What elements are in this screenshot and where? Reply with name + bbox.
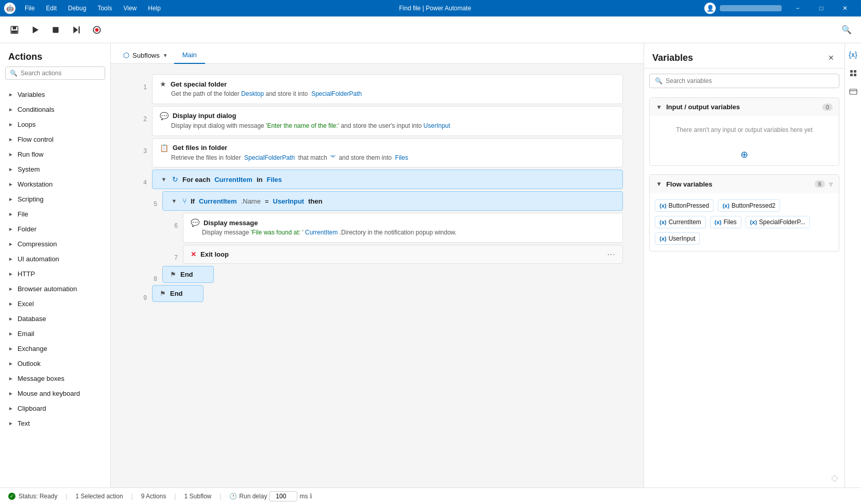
action-group-mouse-keyboard[interactable]: ► Mouse and keyboard <box>0 386 110 401</box>
end-if-bar[interactable]: ⚑ End <box>162 266 214 283</box>
input-output-section: ▼ Input / output variables 0 There aren'… <box>649 97 839 166</box>
menu-help[interactable]: Help <box>143 3 166 14</box>
subflows-tab[interactable]: ⬡ Subflows ▼ <box>117 47 174 63</box>
canvas-area: ⬡ Subflows ▼ Main 1 ★ Get special folder <box>111 43 644 488</box>
action-group-text[interactable]: ► Text <box>0 416 110 431</box>
filter-icon[interactable]: ▿ <box>829 180 833 188</box>
errors-tab-button[interactable] <box>846 85 860 99</box>
run-button[interactable] <box>27 22 43 38</box>
flow-step-7: 7 ✕ Exit loop ⋯ <box>162 245 623 264</box>
user-avatar: 👤 <box>704 3 716 14</box>
var-chip-icon: (x) <box>660 236 666 242</box>
variables-search-box[interactable]: 🔍 <box>649 74 839 88</box>
action-group-browser-automation[interactable]: ► Browser automation <box>0 281 110 296</box>
end-foreach-bar[interactable]: ⚑ End <box>152 285 204 302</box>
flow-step-4: 4 ▼ ↻ For each CurrentItem in Files <box>131 170 623 189</box>
step-number-2: 2 <box>131 106 147 123</box>
tabs-bar: ⬡ Subflows ▼ Main <box>111 43 644 64</box>
action-group-file[interactable]: ► File <box>0 207 110 222</box>
var-chip-label: ButtonPressed2 <box>732 202 775 209</box>
step-more-icon[interactable]: ⋯ <box>607 249 615 259</box>
total-actions-count: 9 Actions <box>141 493 166 500</box>
action-group-conditionals[interactable]: ► Conditionals <box>0 102 110 117</box>
flow-vars-count-badge: 6 <box>815 180 825 188</box>
actions-search-input[interactable] <box>21 70 100 77</box>
next-step-button[interactable] <box>68 22 85 38</box>
if-bar[interactable]: ▼ ⑂ If CurrentItem .Name = UserInput the… <box>162 191 623 211</box>
chevron-right-icon: ► <box>8 271 13 277</box>
menu-edit[interactable]: Edit <box>41 3 62 14</box>
exit-loop-bar[interactable]: ✕ Exit loop ⋯ <box>183 245 623 264</box>
io-add-button[interactable]: ⊕ <box>650 144 839 165</box>
variables-tab-button[interactable]: {x} <box>846 47 860 62</box>
action-group-folder[interactable]: ► Folder <box>0 222 110 237</box>
actions-search-box[interactable]: 🔍 <box>5 66 105 80</box>
flow-step-2: 2 💬 Display input dialog Display input d… <box>131 106 623 136</box>
svg-marker-5 <box>73 26 78 33</box>
variables-close-button[interactable]: ✕ <box>826 52 836 64</box>
action-group-exchange[interactable]: ► Exchange <box>0 341 110 356</box>
action-group-compression[interactable]: ► Compression <box>0 237 110 251</box>
step-number-1: 1 <box>131 74 147 91</box>
subflow-count: 1 Subflow <box>184 493 212 500</box>
flow-variables-section-header[interactable]: ▼ Flow variables 6 ▿ <box>650 175 839 193</box>
step-desc-3: Retrieve the files in folder SpecialFold… <box>171 154 615 162</box>
action-group-loops[interactable]: ► Loops <box>0 117 110 132</box>
action-group-email[interactable]: ► Email <box>0 326 110 341</box>
info-icon[interactable]: ℹ <box>310 492 312 500</box>
toolbar: 🔍 <box>0 16 861 43</box>
record-button[interactable] <box>89 22 105 38</box>
collapse-if-button[interactable]: ▼ <box>170 197 178 205</box>
save-button[interactable] <box>6 22 23 38</box>
stop-button[interactable] <box>47 22 64 38</box>
menu-view[interactable]: View <box>118 3 142 14</box>
action-group-ui-automation[interactable]: ► UI automation <box>0 251 110 266</box>
action-group-flow-control[interactable]: ► Flow control <box>0 132 110 147</box>
menu-tools[interactable]: Tools <box>92 3 117 14</box>
var-chip-specialfolderpath[interactable]: (x) SpecialFolderP... <box>746 216 810 228</box>
app-body: 🔍 Actions 🔍 ► Variables ► Conditionals <box>0 16 861 504</box>
svg-rect-13 <box>850 89 857 94</box>
action-group-workstation[interactable]: ► Workstation <box>0 177 110 192</box>
var-chip-buttonpressed2[interactable]: (x) ButtonPressed2 <box>718 199 780 212</box>
tab-main[interactable]: Main <box>174 47 205 64</box>
run-delay-input[interactable] <box>269 491 297 501</box>
if-var2: UserInput <box>273 197 305 205</box>
action-group-variables[interactable]: ► Variables <box>0 87 110 102</box>
maximize-button[interactable]: □ <box>809 0 833 16</box>
variables-search-input[interactable] <box>666 77 834 85</box>
chevron-right-icon: ► <box>8 286 13 292</box>
svg-rect-10 <box>854 70 856 73</box>
step-card-2[interactable]: 💬 Display input dialog Display input dia… <box>152 106 623 136</box>
action-group-database[interactable]: ► Database <box>0 311 110 326</box>
menu-file[interactable]: File <box>20 3 40 14</box>
action-group-outlook[interactable]: ► Outlook <box>0 356 110 371</box>
input-output-section-header[interactable]: ▼ Input / output variables 0 <box>650 98 839 116</box>
minimize-button[interactable]: − <box>786 0 809 16</box>
chevron-right-icon: ► <box>8 226 13 232</box>
collapse-for-each-button[interactable]: ▼ <box>160 175 168 183</box>
step-card-6[interactable]: 💬 Display message Display message 'File … <box>183 213 623 243</box>
var-chip-buttonpressed[interactable]: (x) ButtonPressed <box>655 199 714 212</box>
action-group-run-flow[interactable]: ► Run flow <box>0 147 110 162</box>
chevron-right-icon: ► <box>8 376 13 381</box>
close-button[interactable]: ✕ <box>833 0 857 16</box>
canvas-search-button[interactable]: 🔍 <box>838 22 855 38</box>
var-chip-currentitem[interactable]: (x) CurrentItem <box>655 216 706 228</box>
subflows-chevron-icon: ▼ <box>163 53 168 58</box>
action-group-message-boxes[interactable]: ► Message boxes <box>0 371 110 386</box>
action-group-clipboard[interactable]: ► Clipboard <box>0 401 110 416</box>
step-card-3[interactable]: 📋 Get files in folder Retrieve the files… <box>152 138 623 168</box>
action-group-scripting[interactable]: ► Scripting <box>0 192 110 207</box>
flow-vars-section-title: Flow variables <box>666 180 811 188</box>
for-each-bar[interactable]: ▼ ↻ For each CurrentItem in Files <box>152 170 623 189</box>
action-group-excel[interactable]: ► Excel <box>0 296 110 311</box>
var-chip-files[interactable]: (x) Files <box>710 216 741 228</box>
step-card-1[interactable]: ★ Get special folder Get the path of the… <box>152 74 623 104</box>
assets-tab-button[interactable] <box>846 66 860 80</box>
var-chip-userinput[interactable]: (x) UserInput <box>655 232 700 245</box>
actions-list: ► Variables ► Conditionals ► Loops ► Flo… <box>0 85 110 488</box>
action-group-http[interactable]: ► HTTP <box>0 266 110 281</box>
menu-debug[interactable]: Debug <box>63 3 91 14</box>
action-group-system[interactable]: ► System <box>0 162 110 177</box>
